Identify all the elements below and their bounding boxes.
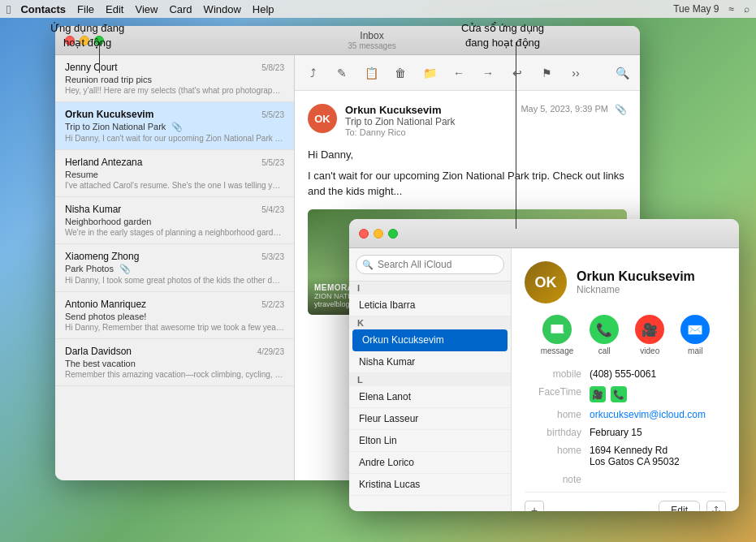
menubar-card[interactable]: Card (169, 3, 192, 15)
contacts-close-button[interactable] (359, 229, 369, 239)
forward-reply-icon[interactable]: → (480, 65, 496, 81)
msg-preview-2: I've attached Carol's resume. She's the … (65, 181, 284, 190)
apple-menu[interactable]:  (6, 2, 11, 16)
contact-email-row: home orkucuksevim@icloud.com (525, 409, 726, 420)
mail-action-icon: ✉️ (680, 315, 710, 344)
add-contact-button[interactable]: + (525, 501, 544, 511)
contacts-search-area: 🔍 (349, 248, 511, 282)
msg-date-4: 5/3/23 (261, 252, 284, 261)
email-meta: Orkun Kucuksevim Trip to Zion National P… (345, 104, 521, 137)
menubar-help[interactable]: Help (253, 3, 274, 15)
msg-subject-6: The best vacation (65, 359, 284, 368)
edit-contact-button[interactable]: Edit (659, 501, 700, 511)
message-item-0[interactable]: Jenny Court 5/8/23 Reunion road trip pic… (55, 55, 294, 102)
email-to: To: Danny Rico (345, 127, 521, 137)
contact-elton-lin[interactable]: Elton Lin (349, 430, 511, 452)
section-header-K: K (349, 316, 511, 329)
menubar-window[interactable]: Window (204, 3, 241, 15)
flag-icon[interactable]: ⚑ (538, 65, 555, 81)
menubar-date: Tue May 9 (673, 3, 719, 15)
menubar-contacts[interactable]: Contacts (20, 3, 66, 15)
contact-detail-panel: OK Orkun Kucuksevim Nickname message 📞 c… (512, 248, 739, 511)
compose-icon[interactable]: ✎ (334, 65, 350, 81)
section-header-L: L (349, 373, 511, 386)
maximize-button[interactable] (94, 36, 104, 45)
message-item-2[interactable]: Herland Antezana 5/5/23 Resume I've atta… (55, 150, 294, 197)
video-icon: 🎥 (635, 315, 664, 344)
minimize-button[interactable] (80, 36, 89, 45)
msg-sender-4: Xiaomeng Zhong (65, 251, 139, 262)
archive-icon[interactable]: 📋 (363, 65, 379, 81)
contacts-minimize-button[interactable] (374, 229, 383, 239)
msg-sender-6: Darla Davidson (65, 346, 132, 357)
message-icon (542, 315, 572, 344)
email-body: Hi Danny, I can't wait for our upcoming … (308, 147, 627, 200)
msg-sender-3: Nisha Kumar (65, 204, 121, 215)
contact-actions: message 📞 call 🎥 video ✉️ mail (525, 315, 726, 355)
menubar-edit[interactable]: Edit (106, 3, 123, 15)
email-date: May 5, 2023, 9:39 PM (521, 104, 608, 114)
contact-action-video[interactable]: 🎥 video (635, 315, 664, 355)
more-icon[interactable]: ›› (568, 65, 584, 81)
traffic-lights (65, 36, 104, 45)
contact-avatar: OK (525, 261, 567, 303)
contacts-maximize-button[interactable] (388, 229, 398, 239)
contacts-search-input[interactable] (356, 255, 504, 274)
folder-icon[interactable]: 📁 (421, 65, 438, 81)
message-item-1[interactable]: Orkun Kucuksevim 5/5/23 Trip to Zion Nat… (55, 102, 294, 150)
contact-kristina-lucas[interactable]: Kristina Lucas (349, 474, 511, 496)
close-button[interactable] (65, 36, 75, 45)
contact-leticia-ibarra[interactable]: Leticia Ibarra (349, 295, 511, 316)
facetime-video-icon[interactable]: 🎥 (590, 386, 606, 402)
menubar-wifi-icon: ≈ (728, 3, 734, 15)
msg-subject-5: Send photos please! (65, 312, 284, 321)
contact-action-message[interactable]: message (541, 315, 574, 355)
contacts-search-icon: 🔍 (362, 260, 374, 270)
contact-action-call[interactable]: 📞 call (590, 315, 619, 355)
share-contact-button[interactable] (706, 501, 726, 511)
redirect-icon[interactable]: ↩ (509, 65, 525, 81)
contact-nisha-kumar[interactable]: Nisha Kumar (349, 351, 511, 373)
mail-window-title: Inbox (114, 30, 630, 41)
message-action-label: message (541, 346, 574, 355)
call-action-label: call (598, 346, 611, 355)
contact-header: OK Orkun Kucuksevim Nickname (525, 261, 726, 303)
message-item-6[interactable]: Darla Davidson 4/29/23 The best vacation… (55, 339, 294, 386)
msg-sender-1: Orkun Kucuksevim (65, 109, 153, 120)
menubar-view[interactable]: View (135, 3, 158, 15)
email-label: home (525, 409, 581, 420)
message-item-4[interactable]: Xiaomeng Zhong 5/3/23 Park Photos 📎 Hi D… (55, 244, 294, 292)
menubar:  Contacts File Edit View Card Window He… (0, 0, 756, 18)
email-sender-name: Orkun Kucuksevim (345, 104, 521, 116)
menubar-file[interactable]: File (77, 3, 94, 15)
facetime-phone-icon[interactable]: 📞 (611, 386, 627, 402)
email-from-row: OK Orkun Kucuksevim Trip to Zion Nationa… (308, 104, 627, 137)
contact-andre-lorico[interactable]: Andre Lorico (349, 452, 511, 474)
attachment-icon-4: 📎 (119, 264, 131, 274)
mail-titlebar: Inbox 35 messages (55, 26, 640, 55)
birthday-value: February 15 (590, 427, 642, 438)
attachment-icon-1: 📎 (171, 122, 183, 132)
contact-fleur-lasseur[interactable]: Fleur Lasseur (349, 408, 511, 430)
back-icon[interactable]: ← (451, 65, 467, 81)
menubar-search-icon[interactable]: ⌕ (744, 3, 750, 15)
msg-subject-2: Resume (65, 170, 284, 179)
contacts-list-panel: 🔍 I Leticia Ibarra K Orkun Kucuksevim Ni… (349, 248, 512, 511)
mail-toolbar: ⤴ ✎ 📋 🗑 📁 ← → ↩ ⚑ ›› 🔍 (295, 55, 640, 91)
note-label: note (525, 474, 581, 485)
message-item-5[interactable]: Antonio Manriquez 5/2/23 Send photos ple… (55, 292, 294, 339)
msg-date-0: 5/8/23 (261, 63, 284, 72)
contact-elena-lanot[interactable]: Elena Lanot (349, 386, 511, 408)
reply-icon[interactable]: ⤴ (305, 65, 321, 81)
contact-action-mail[interactable]: ✉️ mail (680, 315, 710, 355)
contacts-window: 🔍 I Leticia Ibarra K Orkun Kucuksevim Ni… (349, 219, 739, 511)
contact-footer: + Edit (525, 492, 726, 511)
message-item-3[interactable]: Nisha Kumar 5/4/23 Neighborhood garden W… (55, 197, 294, 244)
contact-nickname: Nickname (577, 284, 695, 295)
trash-icon[interactable]: 🗑 (392, 65, 408, 81)
address-line1: 1694 Kennedy Rd (590, 445, 680, 456)
contact-name-block: Orkun Kucuksevim Nickname (577, 269, 695, 295)
msg-date-2: 5/5/23 (261, 158, 284, 167)
search-toolbar-icon[interactable]: 🔍 (614, 65, 630, 81)
contact-orkun-kucuksevim[interactable]: Orkun Kucuksevim (352, 329, 508, 351)
